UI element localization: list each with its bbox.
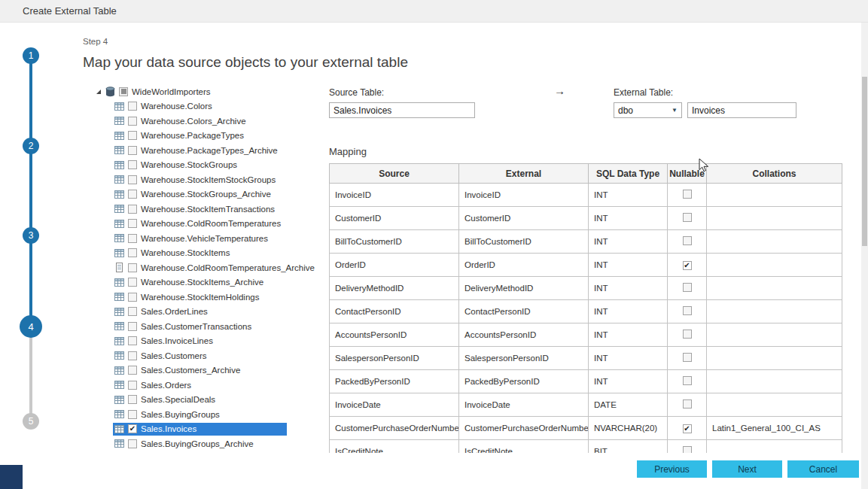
tree-checkbox[interactable] xyxy=(128,248,137,257)
tree-checkbox[interactable] xyxy=(128,366,137,375)
tree-checkbox[interactable] xyxy=(128,336,137,345)
tree-checkbox[interactable] xyxy=(128,395,137,404)
nullable-checkbox[interactable]: ✔ xyxy=(683,261,692,270)
tree-item-Warehouse.ColdRoomTemperatures_Archive[interactable]: Warehouse.ColdRoomTemperatures_Archive xyxy=(83,260,330,275)
tree-item-Warehouse.StockGroups[interactable]: Warehouse.StockGroups xyxy=(83,158,330,173)
tree-item-label: Sales.CustomerTransactions xyxy=(141,322,254,331)
tree-checkbox[interactable] xyxy=(128,263,137,272)
tree-item-label: Warehouse.StockItems_Archive xyxy=(141,278,266,287)
tree-item-label: Warehouse.PackageTypes_Archive xyxy=(141,146,281,155)
source-table-input[interactable] xyxy=(329,102,475,118)
table-icon xyxy=(114,204,125,214)
tree-checkbox[interactable] xyxy=(128,278,137,287)
tree-item-Warehouse.Colors[interactable]: Warehouse.Colors xyxy=(83,99,330,114)
mapping-row-InvoiceDate: InvoiceDateInvoiceDateDATE xyxy=(330,393,842,417)
tree-checkbox[interactable]: ✔ xyxy=(128,424,137,433)
tree-item-Sales.InvoiceLines[interactable]: Sales.InvoiceLines xyxy=(83,334,330,349)
table-icon xyxy=(114,218,125,229)
schema-dropdown[interactable]: dbo ▼ xyxy=(614,102,682,118)
mapping-section-label: Mapping xyxy=(329,146,367,157)
cell-nullable xyxy=(668,184,707,207)
external-table-input[interactable] xyxy=(687,102,796,118)
source-table-label: Source Table: xyxy=(329,87,384,98)
tree-checkbox[interactable] xyxy=(128,234,137,243)
cell-external: CustomerPurchaseOrderNumber xyxy=(459,417,589,440)
vertical-scrollbar[interactable] xyxy=(861,23,868,489)
cell-nullable xyxy=(668,300,707,323)
nullable-checkbox[interactable] xyxy=(683,283,692,292)
tree-root-checkbox[interactable] xyxy=(119,87,128,96)
nullable-checkbox[interactable]: ✔ xyxy=(683,424,692,433)
step-progress-line xyxy=(29,56,32,327)
step-circle-3: 3 xyxy=(23,227,39,244)
tree-item-Sales.OrderLines[interactable]: Sales.OrderLines xyxy=(83,305,330,320)
scrollbar-thumb[interactable] xyxy=(862,77,867,246)
nullable-checkbox[interactable] xyxy=(683,376,692,385)
cell-external: IsCreditNote xyxy=(459,440,589,454)
tree-item-WideWorldImporters[interactable]: WideWorldImporters xyxy=(83,84,330,99)
tree-checkbox[interactable] xyxy=(128,322,137,331)
nullable-checkbox[interactable] xyxy=(683,446,692,453)
tree-item-Warehouse.ColdRoomTemperatures[interactable]: Warehouse.ColdRoomTemperatures xyxy=(83,217,330,232)
nullable-checkbox[interactable] xyxy=(683,190,692,199)
nullable-checkbox[interactable] xyxy=(683,399,692,409)
tree-item-Sales.SpecialDeals[interactable]: Sales.SpecialDeals xyxy=(83,393,330,408)
tree-item-Sales.Invoices[interactable]: ✔Sales.Invoices xyxy=(83,422,330,437)
tree-item-Warehouse.StockItems_Archive[interactable]: Warehouse.StockItems_Archive xyxy=(83,275,330,290)
table-icon xyxy=(114,277,125,287)
tree-item-Sales.BuyingGroups_Archive[interactable]: Sales.BuyingGroups_Archive xyxy=(83,436,330,451)
tree-item-Warehouse.Colors_Archive[interactable]: Warehouse.Colors_Archive xyxy=(83,114,330,129)
tree-item-Sales.Orders[interactable]: Sales.Orders xyxy=(83,378,330,393)
cell-source: CustomerPurchaseOrderNumber xyxy=(330,417,459,440)
nullable-checkbox[interactable] xyxy=(683,306,692,315)
tree-item-Sales.BuyingGroups[interactable]: Sales.BuyingGroups xyxy=(83,407,330,422)
mapping-row-CustomerID: CustomerIDCustomerIDINT xyxy=(330,207,842,230)
tree-checkbox[interactable] xyxy=(128,293,137,302)
tree-checkbox[interactable] xyxy=(128,307,137,316)
tree-checkbox[interactable] xyxy=(128,381,137,390)
cell-collation xyxy=(707,184,842,207)
cell-nullable xyxy=(668,347,707,370)
tree-item-Sales.CustomerTransactions[interactable]: Sales.CustomerTransactions xyxy=(83,319,330,334)
nullable-checkbox[interactable] xyxy=(683,236,692,245)
tree-item-Warehouse.StockItemStockGroups[interactable]: Warehouse.StockItemStockGroups xyxy=(83,172,330,187)
tree-checkbox[interactable] xyxy=(128,102,137,111)
previous-button[interactable]: Previous xyxy=(637,460,707,478)
tree-item-Warehouse.StockItemTransactions[interactable]: Warehouse.StockItemTransactions xyxy=(83,202,330,217)
tree-checkbox[interactable] xyxy=(128,190,137,199)
cancel-button[interactable]: Cancel xyxy=(787,460,859,478)
next-button[interactable]: Next xyxy=(712,460,782,478)
table-icon xyxy=(114,175,125,185)
tree-item-label: Warehouse.StockItemHoldings xyxy=(141,293,262,302)
tree-checkbox[interactable] xyxy=(128,205,137,214)
tree-item-Warehouse.StockItems[interactable]: Warehouse.StockItems xyxy=(83,246,330,261)
mapping-row-ContactPersonID: ContactPersonIDContactPersonIDINT xyxy=(330,300,842,323)
tree-item-Warehouse.StockGroups_Archive[interactable]: Warehouse.StockGroups_Archive xyxy=(83,187,330,202)
tree-item-Warehouse.PackageTypes_Archive[interactable]: Warehouse.PackageTypes_Archive xyxy=(83,143,330,158)
tree-checkbox[interactable] xyxy=(128,160,137,169)
nullable-checkbox[interactable] xyxy=(683,330,692,339)
tree-checkbox[interactable] xyxy=(128,351,137,360)
step-circle-5: 5 xyxy=(23,413,39,430)
nullable-checkbox[interactable] xyxy=(683,353,692,362)
tree-checkbox[interactable] xyxy=(128,175,137,184)
tree-expander-icon[interactable] xyxy=(95,88,104,96)
table-icon xyxy=(114,336,125,346)
tree-item-Sales.Customers[interactable]: Sales.Customers xyxy=(83,348,330,363)
tree-checkbox[interactable] xyxy=(128,117,137,126)
tree-item-Warehouse.PackageTypes[interactable]: Warehouse.PackageTypes xyxy=(83,129,330,144)
tree-checkbox[interactable] xyxy=(128,439,137,448)
tree-item-label: Warehouse.StockGroups xyxy=(141,160,240,169)
tree-item-Sales.Customers_Archive[interactable]: Sales.Customers_Archive xyxy=(83,363,330,378)
column-header-nullable: Nullable xyxy=(668,164,707,184)
tree-checkbox[interactable] xyxy=(128,219,137,228)
tree-item-Warehouse.StockItemHoldings[interactable]: Warehouse.StockItemHoldings xyxy=(83,290,330,305)
step-circle-1: 1 xyxy=(23,47,39,64)
nullable-checkbox[interactable] xyxy=(683,213,692,222)
tree-checkbox[interactable] xyxy=(128,146,137,155)
mapping-row-CustomerPurchaseOrderNumber: CustomerPurchaseOrderNumberCustomerPurch… xyxy=(330,417,842,440)
tree-item-Warehouse.VehicleTemperatures[interactable]: Warehouse.VehicleTemperatures xyxy=(83,231,330,246)
tree-checkbox[interactable] xyxy=(128,131,137,140)
schema-dropdown-value: dbo xyxy=(618,105,633,116)
tree-checkbox[interactable] xyxy=(128,410,137,419)
